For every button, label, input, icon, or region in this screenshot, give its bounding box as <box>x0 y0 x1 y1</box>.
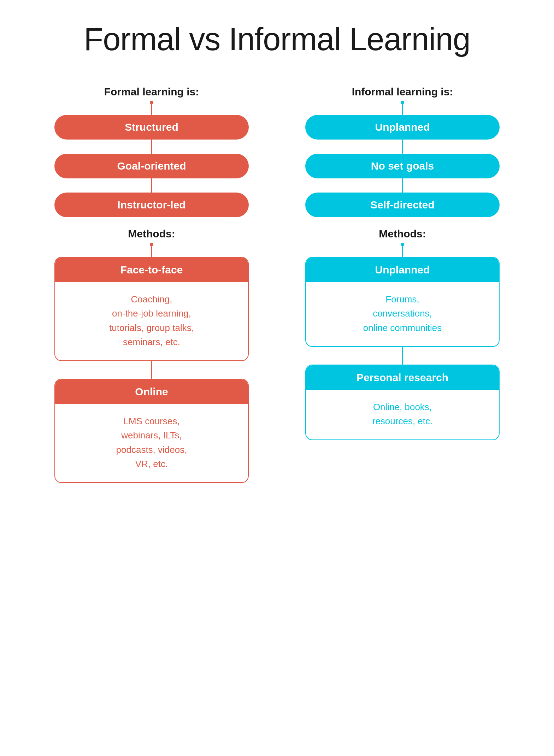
informal-connector-1 <box>402 140 403 154</box>
informal-card-personal-research: Personal research Online, books,resource… <box>305 365 500 441</box>
formal-connector-1 <box>151 140 152 154</box>
formal-connector-top <box>150 101 153 115</box>
informal-card-unplanned-header: Unplanned <box>306 258 499 282</box>
informal-connector-methods <box>401 243 404 257</box>
formal-column-label: Formal learning is: <box>104 86 199 98</box>
formal-card-online: Online LMS courses,webinars, ILTs,podcas… <box>54 379 249 483</box>
columns-wrapper: Formal learning is: Structured Goal-orie… <box>28 86 526 483</box>
formal-card-face-to-face-header: Face-to-face <box>55 258 248 282</box>
formal-line-methods <box>151 246 152 257</box>
informal-line-methods <box>402 246 403 257</box>
formal-connector-methods <box>150 243 153 257</box>
informal-line-top <box>402 104 403 115</box>
formal-line-top <box>151 104 152 115</box>
informal-line-2 <box>402 178 403 193</box>
informal-column: Informal learning is: Unplanned No set g… <box>288 86 517 483</box>
formal-card-online-body: LMS courses,webinars, ILTs,podcasts, vid… <box>55 404 248 482</box>
formal-methods-label: Methods: <box>128 228 175 240</box>
formal-pill-structured: Structured <box>54 115 249 140</box>
formal-card-face-to-face: Face-to-face Coaching,on-the-job learnin… <box>54 257 249 361</box>
formal-connector-cards <box>151 361 152 379</box>
informal-line-1 <box>402 140 403 154</box>
informal-column-label: Informal learning is: <box>352 86 453 98</box>
formal-card-online-header: Online <box>55 379 248 404</box>
informal-pill-self-directed: Self-directed <box>305 193 500 217</box>
informal-pill-unplanned: Unplanned <box>305 115 500 140</box>
formal-connector-2 <box>151 178 152 193</box>
formal-dot-top <box>150 101 153 104</box>
formal-pill-goal-oriented: Goal-oriented <box>54 154 249 178</box>
informal-dot-methods <box>401 243 404 246</box>
informal-methods-label: Methods: <box>379 228 426 240</box>
informal-connector-cards <box>402 347 403 365</box>
informal-card-personal-research-body: Online, books,resources, etc. <box>306 390 499 440</box>
formal-column: Formal learning is: Structured Goal-orie… <box>37 86 266 483</box>
informal-connector-2 <box>402 178 403 193</box>
formal-line-cards <box>151 361 152 379</box>
page-title: Formal vs Informal Learning <box>28 21 526 58</box>
formal-line-2 <box>151 178 152 193</box>
informal-card-unplanned-body: Forums,conversations,online communities <box>306 282 499 346</box>
informal-dot-top <box>401 101 404 104</box>
informal-card-unplanned: Unplanned Forums,conversations,online co… <box>305 257 500 347</box>
formal-line-1 <box>151 140 152 154</box>
formal-dot-methods <box>150 243 153 246</box>
formal-pill-instructor-led: Instructor-led <box>54 193 249 217</box>
informal-card-personal-research-header: Personal research <box>306 365 499 390</box>
informal-connector-top <box>401 101 404 115</box>
formal-card-face-to-face-body: Coaching,on-the-job learning,tutorials, … <box>55 282 248 360</box>
informal-pill-no-set-goals: No set goals <box>305 154 500 178</box>
informal-line-cards <box>402 347 403 365</box>
